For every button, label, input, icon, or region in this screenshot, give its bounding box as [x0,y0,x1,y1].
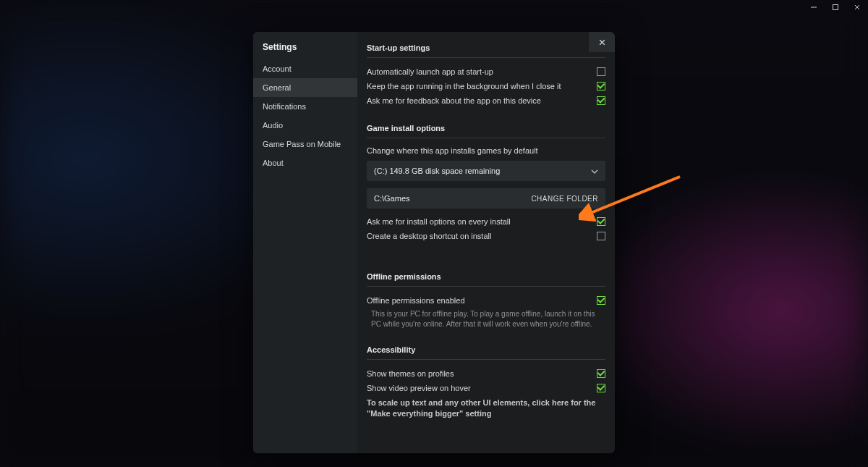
drive-select-value: (C:) 149.8 GB disk space remaining [374,167,500,175]
row-label: Ask me for feedback about the app on thi… [367,96,541,105]
divider [367,359,605,360]
settings-title: Settings [253,32,357,59]
install-row-ask-options: Ask me for install options on every inst… [367,214,605,229]
titlebar-window-controls [803,0,868,14]
sidebar-item-label: Game Pass on Mobile [263,140,341,148]
section-title-install: Game install options [367,124,605,132]
install-folder-row: C:\Games CHANGE FOLDER [367,188,605,209]
sidebar-item-label: About [263,159,284,167]
change-folder-button[interactable]: CHANGE FOLDER [531,195,598,203]
accessibility-row-themes: Show themes on profiles [367,366,605,381]
offline-row-enabled: Offline permissions enabled [367,293,605,308]
checkbox-feedback[interactable] [597,96,605,105]
settings-dialog: Settings Account General Notifications A… [253,32,615,453]
sidebar-item-label: General [263,83,291,92]
section-title-startup: Start-up settings [367,43,605,52]
chevron-down-icon [591,167,598,175]
close-window-button[interactable] [846,0,868,14]
checkbox-offline-enabled[interactable] [597,296,605,305]
drive-select[interactable]: (C:) 149.8 GB disk space remaining [367,161,605,181]
scale-text-link[interactable]: To scale up text and any other UI elemen… [367,395,605,420]
sidebar-item-notifications[interactable]: Notifications [253,97,357,116]
checkbox-show-themes[interactable] [597,369,605,378]
sidebar-item-audio[interactable]: Audio [253,116,357,135]
sidebar-item-about[interactable]: About [253,153,357,172]
divider [367,57,605,58]
divider [367,286,605,287]
row-label: Offline permissions enabled [367,296,465,305]
maximize-button[interactable] [825,0,846,14]
minimize-button[interactable] [803,0,825,14]
row-label: Create a desktop shortcut on install [367,232,491,240]
sidebar-item-label: Audio [263,121,283,130]
row-label: Show themes on profiles [367,369,454,378]
sidebar-item-gamepass-mobile[interactable]: Game Pass on Mobile [253,135,357,153]
settings-pane: Start-up settings Automatically launch a… [357,32,615,453]
row-label: Show video preview on hover [367,384,471,392]
checkbox-keep-running[interactable] [597,82,605,91]
sidebar-item-label: Notifications [263,102,306,111]
change-where-label: Change where this app installs games by … [367,145,605,155]
section-title-accessibility: Accessibility [367,345,605,354]
checkbox-ask-install-options[interactable] [597,217,605,226]
accessibility-row-video-preview: Show video preview on hover [367,381,605,395]
startup-row-keep-running: Keep the app running in the background w… [367,79,605,93]
install-row-desktop-shortcut: Create a desktop shortcut on install [367,229,605,243]
install-folder-path: C:\Games [374,194,410,203]
checkbox-desktop-shortcut[interactable] [597,232,605,240]
row-label: Keep the app running in the background w… [367,82,561,91]
row-label: Automatically launch app at start-up [367,67,493,76]
section-title-offline: Offline permissions [367,272,605,281]
sidebar-item-general[interactable]: General [253,78,357,97]
sidebar-item-account[interactable]: Account [253,59,357,78]
settings-sidebar: Settings Account General Notifications A… [253,32,357,453]
startup-row-feedback: Ask me for feedback about the app on thi… [367,93,605,108]
sidebar-item-label: Account [263,64,292,73]
row-label: Ask me for install options on every inst… [367,217,511,226]
divider [367,138,605,138]
checkbox-auto-launch[interactable] [597,67,605,76]
offline-help-text: This is your PC for offline play. To pla… [367,308,605,329]
startup-row-auto-launch: Automatically launch app at start-up [367,64,605,79]
checkbox-video-preview[interactable] [597,384,605,392]
svg-rect-0 [833,5,838,10]
